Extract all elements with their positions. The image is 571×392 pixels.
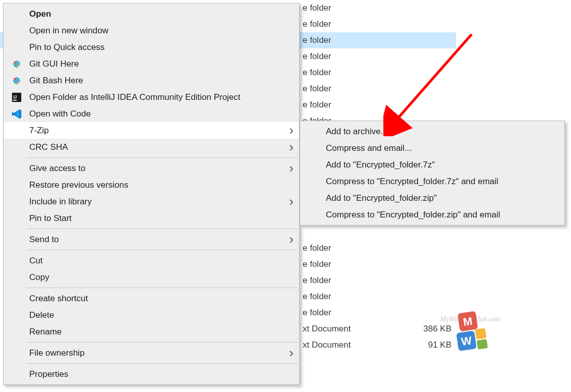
menu-separator — [26, 250, 298, 250]
menu-item-label: Open with Code — [29, 109, 91, 119]
menu-item-cut[interactable]: Cut — [4, 252, 299, 269]
menu-item-create-shortcut[interactable]: Create shortcut — [4, 290, 299, 307]
menu-item-send-to[interactable]: Send to› — [4, 231, 299, 248]
submenu-item-label: Compress to "Encrypted_folder.7z" and em… — [326, 177, 498, 186]
submenu-item-label: Compress and email... — [326, 143, 412, 153]
menu-item-open[interactable]: Open — [4, 6, 299, 22]
svg-point-9 — [18, 82, 20, 84]
menu-item-label: Rename — [29, 327, 62, 337]
file-type-text: e folder — [303, 51, 331, 61]
menu-item-label: Open in new window — [29, 26, 108, 35]
vscode-icon — [11, 108, 22, 120]
chevron-right-icon: › — [289, 160, 294, 177]
menu-item-label: Git GUI Here — [29, 59, 79, 69]
git-gui-icon — [11, 59, 22, 70]
menu-item-include-in-library[interactable]: Include in library› — [4, 193, 299, 210]
menu-item-file-ownership[interactable]: File ownership› — [4, 345, 299, 361]
menu-item-label: CRC SHA — [29, 142, 68, 152]
file-type-text: xt Document — [303, 324, 351, 333]
menu-item-crc-sha[interactable]: CRC SHA› — [4, 139, 299, 155]
svg-point-3 — [14, 65, 16, 67]
menu-item-label: Send to — [29, 235, 59, 244]
menu-item-label: Include in library — [29, 197, 92, 206]
submenu-item-label: Add to archive... — [326, 127, 388, 136]
menu-item-restore-previous-versions[interactable]: Restore previous versions — [4, 177, 299, 193]
menu-item-label: Delete — [29, 310, 54, 320]
submenu-item-add-to-encrypted-folder-7z[interactable]: Add to "Encrypted_folder.7z" — [301, 156, 564, 173]
chevron-right-icon: › — [289, 345, 294, 361]
file-type-text: e folder — [303, 84, 331, 93]
svg-point-7 — [18, 78, 20, 80]
file-type-text: e folder — [303, 35, 331, 45]
svg-point-4 — [18, 65, 20, 67]
svg-point-6 — [14, 78, 16, 80]
menu-item-copy[interactable]: Copy — [4, 269, 299, 286]
context-menu: OpenOpen in new windowPin to Quick acces… — [3, 3, 300, 385]
file-type-text: e folder — [303, 68, 331, 77]
chevron-right-icon: › — [289, 193, 294, 210]
svg-rect-12 — [13, 100, 17, 101]
file-type-text: e folder — [303, 3, 331, 13]
menu-item-give-access-to[interactable]: Give access to› — [4, 160, 299, 177]
svg-rect-5 — [13, 77, 21, 85]
submenu-item-compress-to-encrypted-folder-zip-and-email[interactable]: Compress to "Encrypted_folder.zip" and e… — [301, 206, 564, 223]
menu-item-label: Open Folder as IntelliJ IDEA Community E… — [29, 92, 241, 102]
file-type-text: e folder — [303, 243, 331, 253]
menu-item-git-gui-here[interactable]: Git GUI Here — [4, 55, 299, 72]
chevron-right-icon: › — [289, 231, 294, 248]
submenu-item-label: Compress to "Encrypted_folder.zip" and e… — [326, 210, 500, 219]
menu-item-open-folder-as-intellij-idea-community-edition-project[interactable]: IJOpen Folder as IntelliJ IDEA Community… — [4, 89, 299, 105]
menu-item-label: Restore previous versions — [29, 180, 129, 190]
svg-point-1 — [14, 61, 16, 63]
menu-item-open-with-code[interactable]: Open with Code — [4, 105, 299, 122]
file-type-text: e folder — [303, 275, 331, 285]
file-type-text: e folder — [303, 100, 331, 109]
file-type-text: xt Document — [303, 340, 351, 350]
menu-item-open-in-new-window[interactable]: Open in new window — [4, 22, 299, 39]
file-type-text: e folder — [303, 19, 331, 29]
menu-item-label: Pin to Start — [29, 213, 72, 223]
menu-item-label: Open — [29, 9, 51, 19]
menu-item-properties[interactable]: Properties — [4, 366, 299, 382]
menu-separator — [26, 342, 298, 343]
menu-item-delete[interactable]: Delete — [4, 307, 299, 323]
file-type-text: e folder — [303, 308, 331, 317]
menu-separator — [26, 157, 298, 158]
menu-item-label: Pin to Quick access — [29, 42, 104, 52]
submenu-item-add-to-encrypted-folder-zip[interactable]: Add to "Encrypted_folder.zip" — [301, 190, 564, 206]
chevron-right-icon: › — [289, 139, 294, 155]
menu-item-label: Give access to — [29, 163, 86, 173]
submenu-item-compress-and-email[interactable]: Compress and email... — [301, 140, 564, 156]
menu-separator — [26, 363, 298, 364]
svg-text:IJ: IJ — [14, 95, 17, 99]
menu-item-label: File ownership — [29, 348, 85, 358]
file-size-text: 91 KB — [414, 337, 451, 353]
menu-item-label: Properties — [29, 369, 68, 379]
svg-point-8 — [14, 82, 16, 84]
git-bash-icon — [11, 75, 22, 86]
submenu-item-compress-to-encrypted-folder-7z-and-email[interactable]: Compress to "Encrypted_folder.7z" and em… — [301, 173, 564, 190]
svg-rect-0 — [13, 60, 21, 68]
menu-item-rename[interactable]: Rename — [4, 323, 299, 340]
svg-point-2 — [18, 61, 20, 63]
intellij-icon: IJ — [11, 92, 22, 103]
chevron-right-icon: › — [289, 122, 294, 139]
menu-item-pin-to-quick-access[interactable]: Pin to Quick access — [4, 39, 299, 55]
submenu-item-label: Add to "Encrypted_folder.7z" — [326, 160, 435, 170]
menu-item-git-bash-here[interactable]: Git Bash Here — [4, 72, 299, 89]
file-type-text: e folder — [303, 259, 331, 269]
menu-item-pin-to-start[interactable]: Pin to Start — [4, 210, 299, 227]
menu-item-label: Git Bash Here — [29, 76, 83, 85]
submenu-7zip: Add to archive...Compress and email...Ad… — [300, 121, 565, 226]
menu-item-7-zip[interactable]: 7-Zip› — [4, 122, 299, 139]
menu-item-label: 7-Zip — [29, 126, 49, 135]
menu-item-label: Copy — [29, 272, 49, 282]
menu-item-label: Cut — [29, 256, 42, 265]
menu-separator — [26, 229, 298, 229]
file-size-text: 386 KB — [414, 321, 451, 337]
menu-separator — [26, 288, 298, 288]
submenu-item-add-to-archive[interactable]: Add to archive... — [301, 123, 564, 140]
submenu-item-label: Add to "Encrypted_folder.zip" — [326, 193, 437, 203]
file-type-text: e folder — [303, 292, 331, 301]
menu-item-label: Create shortcut — [29, 294, 88, 303]
